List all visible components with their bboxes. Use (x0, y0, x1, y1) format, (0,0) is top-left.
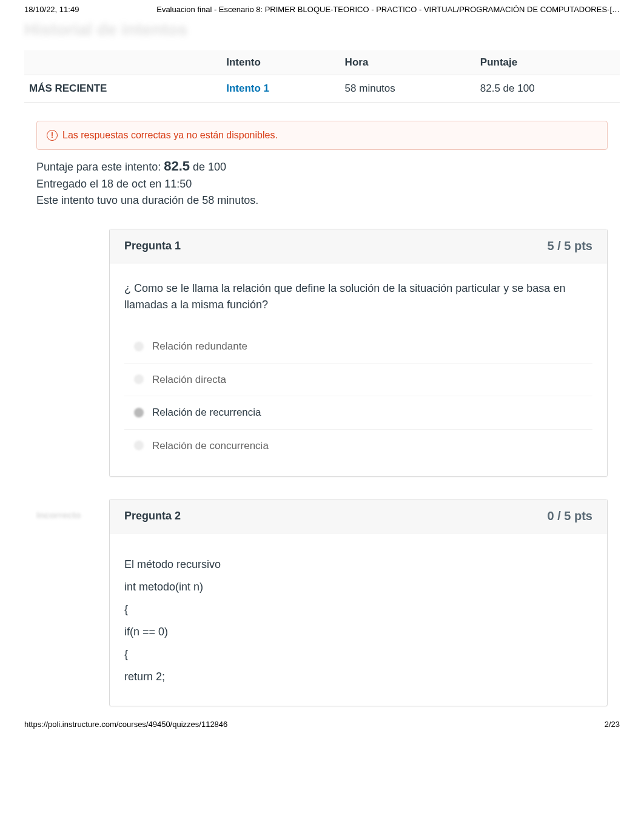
alert-text: Las respuestas correctas ya no están dis… (62, 130, 278, 141)
code-line: { (124, 601, 592, 618)
row-time: 58 minutos (340, 75, 475, 103)
answer-option-selected: Relación de recurrencia (124, 396, 592, 429)
question-2-header: Pregunta 2 0 / 5 pts (110, 499, 607, 533)
row-score: 82.5 de 100 (475, 75, 620, 103)
question-1-header: Pregunta 1 5 / 5 pts (110, 229, 607, 263)
footer-url: https://poli.instructure.com/courses/494… (24, 720, 227, 729)
code-line: return 2; (124, 669, 592, 685)
code-line: if(n == 0) (124, 624, 592, 640)
answer-text: Relación de concurrencia (152, 438, 269, 454)
answer-text: Relación de recurrencia (152, 405, 261, 421)
code-line: { (124, 646, 592, 663)
attempts-table: Intento Hora Puntaje MÁS RECIENTE Intent… (24, 50, 620, 103)
radio-off-icon (134, 374, 144, 384)
radio-off-icon (134, 342, 144, 351)
question-1-card: Pregunta 1 5 / 5 pts ¿ Como se le llama … (109, 229, 608, 477)
answer-option: Relación redundante (124, 330, 592, 363)
row-label: MÁS RECIENTE (24, 75, 221, 103)
radio-off-icon (134, 441, 144, 450)
summary-submitted-line: Entregado el 18 de oct en 11:50 (36, 178, 608, 191)
print-datetime: 18/10/22, 11:49 (24, 5, 79, 14)
code-line: El método recursivo (124, 556, 592, 573)
summary-duration-line: Este intento tuvo una duración de 58 min… (36, 194, 608, 207)
table-header-row: Intento Hora Puntaje (24, 50, 620, 75)
question-2-card: Pregunta 2 0 / 5 pts El método recursivo… (109, 499, 608, 706)
question-1-answers: Relación redundante Relación directa Rel… (124, 330, 592, 462)
question-1-points: 5 / 5 pts (548, 239, 592, 253)
print-doc-title: Evaluacion final - Escenario 8: PRIMER B… (156, 5, 620, 14)
summary-suffix: de 100 (190, 161, 226, 173)
question-2-status: Incorrecto (36, 499, 109, 520)
question-1-wrapper: Pregunta 1 5 / 5 pts ¿ Como se le llama … (36, 229, 608, 477)
answer-text: Relación redundante (152, 339, 247, 354)
summary-score: 82.5 (164, 158, 190, 174)
question-2-title: Pregunta 2 (124, 510, 181, 522)
th-hora: Hora (340, 50, 475, 75)
print-footer: https://poli.instructure.com/courses/494… (24, 716, 620, 734)
question-1-title: Pregunta 1 (124, 240, 181, 252)
question-1-status (36, 229, 109, 240)
summary-prefix: Puntaje para este intento: (36, 161, 164, 173)
radio-on-icon (134, 408, 144, 418)
th-puntaje: Puntaje (475, 50, 620, 75)
question-2-wrapper: Incorrecto Pregunta 2 0 / 5 pts El métod… (36, 499, 608, 706)
attempt-link[interactable]: Intento 1 (226, 83, 269, 94)
th-blank (24, 50, 221, 75)
question-2-points: 0 / 5 pts (548, 509, 592, 523)
question-1-text: ¿ Como se le llama la relación que defin… (124, 280, 592, 313)
question-1-body: ¿ Como se le llama la relación que defin… (110, 263, 607, 476)
answer-option: Relación directa (124, 363, 592, 396)
alert-banner: ! Las respuestas correctas ya no están d… (36, 121, 608, 150)
answer-option: Relación de concurrencia (124, 429, 592, 462)
print-header: 18/10/22, 11:49 Evaluacion final - Escen… (24, 0, 620, 18)
warning-icon: ! (47, 130, 58, 141)
answer-text: Relación directa (152, 372, 226, 388)
th-intento: Intento (221, 50, 340, 75)
row-attempt: Intento 1 (221, 75, 340, 103)
summary-score-line: Puntaje para este intento: 82.5 de 100 (36, 158, 608, 174)
page-title-blurred: Historial de intentos (24, 20, 620, 39)
footer-page: 2/23 (605, 720, 620, 729)
table-row: MÁS RECIENTE Intento 1 58 minutos 82.5 d… (24, 75, 620, 103)
code-line: int metodo(int n) (124, 579, 592, 595)
question-2-body: El método recursivo int metodo(int n) { … (110, 533, 607, 706)
